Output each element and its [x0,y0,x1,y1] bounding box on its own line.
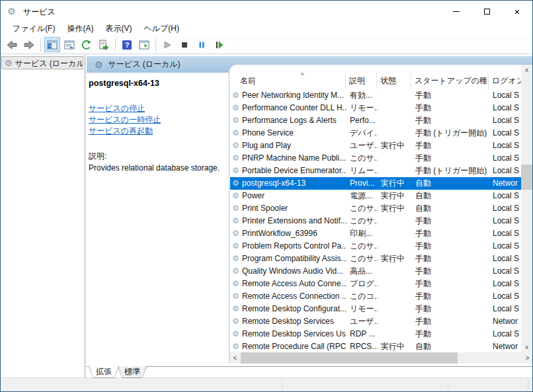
refresh-button[interactable] [79,37,95,52]
window-title: サービス [23,7,56,18]
service-row[interactable]: ⚙Performance Counter DLL H... リモー... 手動 … [230,102,522,114]
service-rows: ⚙Peer Networking Identity M... 有効... 手動 … [230,89,522,353]
service-row[interactable]: ⚙Problem Reports Control Pa... このサ... 手動… [230,240,522,253]
service-row[interactable]: ⚙Print Spooler このサ... 実行中 自動 Local S [230,202,522,215]
service-row[interactable]: ⚙PrintWorkflow_63996 印刷... 手動 Local S [230,227,522,240]
column-header-startup-type[interactable]: スタートアップの種類 [411,73,489,89]
service-row[interactable]: ⚙Remote Desktop Services Us... RDP ... 手… [230,328,522,340]
service-description: 高品... [347,265,378,278]
export-list-button[interactable] [96,37,112,52]
service-name: PrintWorkflow_63996 [242,229,317,238]
start-service-button[interactable] [159,37,175,52]
service-gear-icon: ⚙ [232,227,239,240]
column-header-logon[interactable]: ログオン [489,73,521,89]
show-action-pane-button[interactable] [136,37,152,52]
column-header-status[interactable]: 状態 [377,73,411,89]
service-name: Plug and Play [242,141,291,150]
menu-file[interactable]: ファイル(F) [7,22,61,36]
column-header-description[interactable]: 説明 [346,73,377,89]
service-name: Problem Reports Control Pa... [242,241,347,251]
service-row[interactable]: ⚙Remote Access Auto Conne... プログ... 手動 L… [230,278,522,290]
service-description: RDP ... [347,328,378,340]
column-header-name[interactable]: 名前 [230,73,346,89]
horizontal-scrollbar[interactable]: < > [229,352,533,364]
service-row[interactable]: ⚙Remote Procedure Call (RPC) RPCS... 実行中… [230,340,522,353]
service-row[interactable]: ⚙Portable Device Enumerator... リムー... 手動… [230,165,522,177]
service-row[interactable]: ⚙Quality Windows Audio Vid... 高品... 手動 L… [230,265,522,278]
properties-button[interactable] [62,37,77,52]
status-bar [1,377,532,391]
menu-action[interactable]: 操作(A) [61,22,99,36]
service-startup-type: 自動 [412,177,489,190]
service-gear-icon: ⚙ [232,190,239,202]
description-label: 説明: [89,151,229,162]
service-name: Remote Desktop Services [242,317,334,326]
service-description: このサ... [347,253,378,265]
panel-header-title: サービス (ローカル) [108,59,181,70]
service-logon-as: Local S [489,89,522,102]
show-console-tree-button[interactable] [44,37,60,52]
extended-detail-pane: postgresql-x64-13 サービスの停止 サービスの一時停止 サービス… [89,73,229,173]
stop-service-link[interactable]: サービスの停止 [89,103,229,114]
tab-extended[interactable]: 拡張 [89,366,119,378]
restart-service-button[interactable] [211,37,227,52]
resize-grip-icon[interactable] [528,380,528,389]
restart-service-icon [214,40,224,50]
back-button[interactable] [4,37,20,52]
close-button[interactable]: × [502,1,532,22]
service-gear-icon: ⚙ [232,240,239,253]
service-row[interactable]: ⚙Program Compatibility Assis... このサ... 実… [230,253,522,265]
vertical-scrollbar[interactable]: ∧ ∨ [521,65,532,353]
service-row[interactable]: ⚙Peer Networking Identity M... 有効... 手動 … [230,89,522,102]
service-row[interactable]: ⚙Remote Desktop Services ユーザ... 手動 Netwo… [230,315,522,328]
tab-standard[interactable]: 標準 [118,366,147,378]
service-row[interactable]: ⚙Power 電源... 実行中 自動 Local S [230,190,522,202]
pause-service-button[interactable] [194,37,210,52]
toolbar-separator [115,38,116,52]
minimize-button[interactable] [441,1,472,22]
back-arrow-icon [7,40,17,50]
stop-service-button[interactable] [177,37,192,52]
vertical-scrollbar-thumb[interactable] [521,165,532,190]
service-logon-as: Networ [489,340,522,353]
service-row[interactable]: ⚙Performance Logs & Alerts Perfo... 手動 L… [230,114,522,127]
service-logon-as: Local S [489,253,522,265]
service-row[interactable]: ⚙postgresql-x64-13 Provi... 実行中 自動 Netwo… [230,177,522,190]
service-status [378,278,412,290]
service-status: 実行中 [378,202,412,215]
service-gear-icon: ⚙ [232,303,239,315]
menu-help[interactable]: ヘルプ(H) [138,22,185,36]
service-gear-icon: ⚙ [232,215,239,227]
service-description: Provi... [347,177,378,190]
forward-button[interactable] [21,37,37,52]
service-row[interactable]: ⚙Plug and Play ユーザ... 実行中 手動 Local S [230,139,522,152]
service-row[interactable]: ⚙Printer Extensions and Notif... このサ... … [230,215,522,227]
maximize-button[interactable] [472,1,502,22]
horizontal-scrollbar-thumb[interactable] [241,352,458,364]
menu-view[interactable]: 表示(V) [99,22,138,36]
service-row[interactable]: ⚙Phone Service デバイ... 手動 (トリガー開始) Local … [230,127,522,139]
service-name: Printer Extensions and Notif... [242,216,347,225]
help-button[interactable]: ? [119,37,135,52]
service-description: このサ... [347,215,378,227]
service-row[interactable]: ⚙Remote Access Connection ... このコ... 手動 … [230,290,522,303]
service-gear-icon: ⚙ [232,139,239,152]
scroll-right-icon[interactable]: > [522,352,533,364]
console-tree-panel: ⚙サービス (ローカル) [1,55,85,377]
scroll-up-icon[interactable]: ∧ [521,65,532,76]
restart-service-link[interactable]: サービスの再起動 [89,126,229,137]
service-status [378,102,412,114]
service-row[interactable]: ⚙PNRP Machine Name Publi... このサ... 手動 Lo… [230,152,522,165]
service-row[interactable]: ⚙Remote Desktop Configurat... リモー... 手動 … [230,303,522,315]
tree-item-services-local[interactable]: ⚙サービス (ローカル) [1,56,83,69]
service-description: デバイ... [347,127,378,139]
scroll-left-icon[interactable]: < [229,352,241,364]
pause-service-link[interactable]: サービスの一時停止 [89,114,229,126]
service-startup-type: 手動 [412,328,489,340]
service-name: Phone Service [242,128,294,137]
service-description: リモー... [347,102,378,114]
services-gear-icon: ⚙ [5,58,13,68]
service-description: ユーザ... [347,139,378,152]
scroll-down-icon[interactable]: ∨ [521,342,532,353]
service-status [378,290,412,303]
